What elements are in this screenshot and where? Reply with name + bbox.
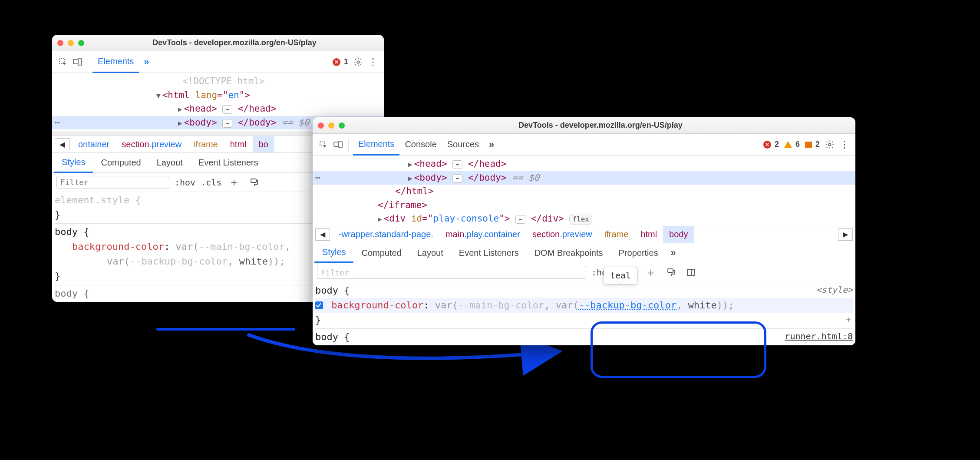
- window-title: DevTools - developer.mozilla.org/en-US/p…: [351, 121, 850, 130]
- crumb-iframe[interactable]: iframe: [188, 136, 224, 152]
- subtab-dom-breakpoints[interactable]: DOM Breakpoints: [527, 243, 611, 263]
- titlebar[interactable]: DevTools - developer.mozilla.org/en-US/p…: [313, 117, 855, 134]
- close-icon[interactable]: [318, 122, 324, 129]
- svg-rect-9: [668, 269, 673, 272]
- scroll-left-icon[interactable]: ◀: [315, 228, 330, 241]
- crumb-section-preview[interactable]: section.preview: [526, 226, 598, 243]
- expand-ellipsis-icon[interactable]: ⋯: [452, 160, 462, 169]
- subtab-computed[interactable]: Computed: [93, 153, 148, 173]
- tab-elements[interactable]: Elements: [92, 51, 139, 73]
- styles-tabbar: Styles Computed Layout Event Listeners D…: [313, 243, 855, 263]
- subtab-styles[interactable]: Styles: [314, 243, 353, 263]
- device-icon[interactable]: [331, 137, 346, 152]
- expand-ellipsis-icon[interactable]: ⋯: [515, 215, 525, 224]
- subtab-event-listeners[interactable]: Event Listeners: [451, 243, 527, 263]
- crumb-main-play[interactable]: main.play.container: [439, 226, 526, 243]
- minimize-icon[interactable]: [328, 122, 334, 129]
- property-checkbox[interactable]: [315, 301, 323, 309]
- error-counter[interactable]: ✕2: [761, 140, 782, 149]
- new-style-rule-icon[interactable]: ＋: [227, 175, 241, 190]
- svg-point-3: [357, 61, 360, 63]
- styles-filter-bar: Filter :hov .cls ＋: [313, 263, 855, 282]
- tab-console[interactable]: Console: [399, 134, 442, 156]
- filter-input[interactable]: Filter: [317, 266, 586, 279]
- svg-rect-10: [687, 269, 694, 275]
- prev-line: <!DOCTYPE html>: [52, 75, 384, 89]
- message-counter[interactable]: 2: [802, 140, 822, 149]
- titlebar[interactable]: DevTools - developer.mozilla.org/en-US/p…: [52, 35, 384, 51]
- crumb-html[interactable]: html: [634, 226, 663, 243]
- more-tabs-icon[interactable]: »: [484, 137, 499, 152]
- close-icon[interactable]: [57, 40, 63, 46]
- crumb-iframe[interactable]: iframe: [598, 226, 635, 243]
- gear-icon[interactable]: [822, 137, 837, 152]
- paint-icon[interactable]: [663, 265, 678, 280]
- scroll-left-icon[interactable]: ◀: [55, 138, 69, 150]
- more-tabs-icon[interactable]: »: [139, 55, 154, 69]
- crumb-body[interactable]: body: [663, 226, 694, 243]
- breadcrumbs[interactable]: ◀ -wrapper.standard-page. main.play.cont…: [313, 226, 855, 243]
- svg-rect-7: [339, 141, 342, 148]
- computed-panel-icon[interactable]: [683, 265, 698, 280]
- css-var-link[interactable]: --backup-bg-color: [579, 300, 676, 311]
- gear-icon[interactable]: [351, 55, 366, 69]
- subtab-layout[interactable]: Layout: [149, 153, 191, 173]
- svg-rect-2: [78, 59, 82, 65]
- devtools-window-2: DevTools - developer.mozilla.org/en-US/p…: [313, 117, 855, 345]
- hov-toggle[interactable]: :hov: [175, 177, 195, 188]
- styles-rules[interactable]: body {<style> background-color: var(--ma…: [313, 282, 855, 345]
- window-title: DevTools - developer.mozilla.org/en-US/p…: [90, 38, 379, 47]
- cls-toggle[interactable]: .cls: [201, 177, 221, 188]
- expand-ellipsis-icon[interactable]: ⋯: [222, 119, 232, 128]
- warning-counter[interactable]: 6: [782, 140, 802, 149]
- tab-sources[interactable]: Sources: [442, 134, 484, 156]
- main-tabbar: Elements Console Sources » ✕2 6 2 ⋮: [313, 134, 855, 156]
- expand-ellipsis-icon[interactable]: ⋯: [452, 174, 462, 183]
- crumb-body[interactable]: bo: [253, 136, 274, 152]
- tab-elements[interactable]: Elements: [353, 134, 399, 156]
- selected-node-body[interactable]: ⋯ ▶<body> ⋯ </body> == $0: [313, 171, 855, 185]
- paint-icon[interactable]: [247, 175, 261, 190]
- crumb-wrapper[interactable]: -wrapper.standard-page.: [333, 226, 439, 243]
- zoom-icon[interactable]: [339, 122, 345, 129]
- source-link[interactable]: runner.html:8: [785, 331, 853, 341]
- svg-rect-4: [251, 179, 256, 182]
- kebab-icon[interactable]: ⋮: [366, 55, 380, 69]
- inspect-icon[interactable]: [56, 55, 70, 69]
- filter-input[interactable]: Filter: [56, 176, 169, 189]
- error-counter[interactable]: ✕1: [330, 57, 351, 66]
- var-value-tooltip: teal: [604, 267, 637, 285]
- minimize-icon[interactable]: [68, 40, 74, 46]
- svg-point-8: [828, 143, 831, 146]
- device-icon[interactable]: [70, 55, 85, 69]
- crumb-section-preview[interactable]: section.preview: [115, 136, 188, 152]
- expand-ellipsis-icon[interactable]: ⋯: [222, 105, 232, 114]
- subtab-properties[interactable]: Properties: [611, 243, 666, 263]
- zoom-icon[interactable]: [78, 40, 84, 46]
- subtab-layout[interactable]: Layout: [409, 243, 451, 263]
- dom-tree[interactable]: ▶<head> ⋯ </head> ⋯ ▶<body> ⋯ </body> ==…: [313, 156, 855, 226]
- flex-badge[interactable]: flex: [569, 214, 592, 225]
- main-tabbar: Elements » ✕1 ⋮: [52, 51, 384, 73]
- crumb-container[interactable]: ontainer: [72, 136, 115, 152]
- more-subtabs-icon[interactable]: »: [666, 245, 681, 260]
- new-style-rule-icon[interactable]: ＋: [643, 265, 658, 280]
- crumb-html[interactable]: html: [224, 136, 253, 152]
- subtab-computed[interactable]: Computed: [353, 243, 409, 263]
- scroll-right-icon[interactable]: ▶: [838, 228, 853, 241]
- subtab-styles[interactable]: Styles: [54, 153, 93, 173]
- subtab-event-listeners[interactable]: Event Listeners: [191, 153, 266, 173]
- inspect-icon[interactable]: [316, 137, 331, 152]
- kebab-icon[interactable]: ⋮: [837, 137, 852, 152]
